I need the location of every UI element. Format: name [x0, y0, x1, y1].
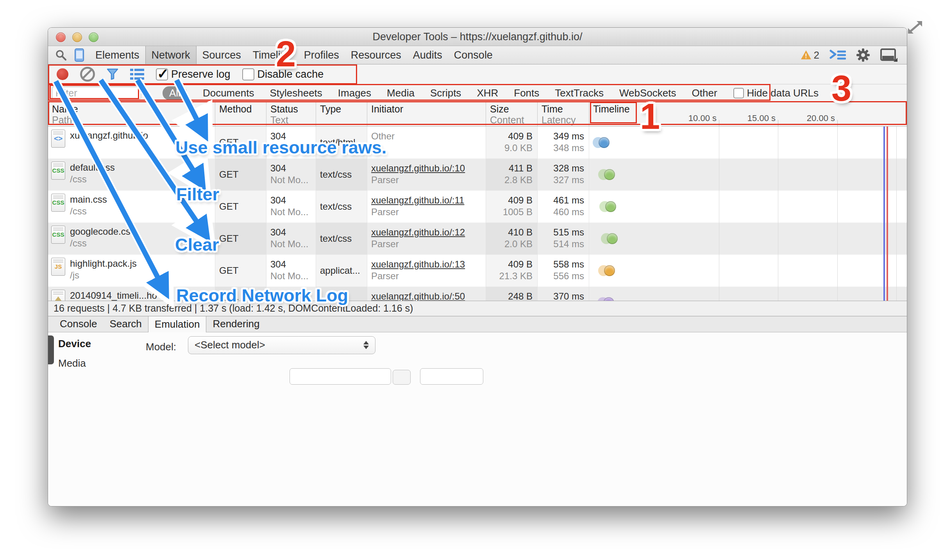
col-header-initiator[interactable]: Initiator — [367, 102, 486, 126]
disable-cache-checkbox[interactable] — [242, 68, 254, 80]
hide-data-urls-group: Hide data URLs — [733, 87, 819, 99]
resource-type-filters: AllDocumentsStylesheetsImagesMediaScript… — [163, 86, 717, 100]
filter-type-other[interactable]: Other — [692, 86, 717, 100]
col-header-status[interactable]: StatusText — [266, 102, 316, 126]
emulation-sidebar-device[interactable]: Device — [58, 338, 91, 350]
request-row[interactable]: highlight.pack.js/js GET 304Not Mo... ap… — [48, 255, 907, 287]
filter-type-media[interactable]: Media — [387, 86, 415, 100]
preserve-log-checkbox[interactable] — [156, 68, 168, 80]
cell-status: 304Not Mo... — [266, 255, 316, 287]
filter-type-documents[interactable]: Documents — [203, 86, 254, 100]
model-select[interactable]: <Select model> — [188, 336, 375, 354]
tab-sources[interactable]: Sources — [197, 46, 247, 64]
close-window-button[interactable] — [56, 32, 66, 42]
timeline-dot — [597, 297, 615, 301]
tab-network[interactable]: Network — [145, 46, 197, 64]
annotation-step-1: 1 — [640, 98, 660, 134]
cell-time: 515 ms514 ms — [538, 223, 589, 255]
tab-audits[interactable]: Audits — [407, 46, 448, 64]
clipped-input-2[interactable] — [420, 368, 483, 385]
drawer-resize-handle[interactable] — [48, 335, 54, 364]
col-header-time[interactable]: TimeLatency — [538, 102, 589, 126]
timeline-tick: 15.00 s — [717, 113, 776, 124]
initiator-link[interactable]: xuelangzf.github.io/:13 — [371, 259, 486, 270]
tab-resources[interactable]: Resources — [345, 46, 407, 64]
filter-type-stylesheets[interactable]: Stylesheets — [270, 86, 322, 100]
zoom-window-button[interactable] — [89, 32, 98, 42]
initiator-link[interactable]: xuelangzf.github.io/:12 — [371, 226, 486, 238]
cell-time: 328 ms327 ms — [538, 159, 589, 191]
clipped-swap-button[interactable] — [393, 370, 411, 385]
cell-method: GET — [215, 191, 266, 223]
title-bar: Developer Tools – https://xuelangzf.gith… — [48, 28, 907, 46]
drawer-tab-console[interactable]: Console — [54, 316, 103, 332]
cell-size: 409 B9.0 KB — [486, 127, 538, 159]
filter-icon[interactable] — [107, 68, 118, 80]
cell-size: 410 B2.0 KB — [486, 223, 538, 255]
emulation-sidebar-media[interactable]: Media — [58, 357, 86, 369]
cell-size: 248 B372 KB — [486, 287, 538, 301]
model-label: Model: — [146, 341, 176, 353]
filter-type-fonts[interactable]: Fonts — [514, 86, 539, 100]
clear-button[interactable] — [80, 67, 95, 82]
devtools-window: Developer Tools – https://xuelangzf.gith… — [48, 27, 907, 506]
resource-type-icon — [51, 290, 65, 301]
settings-gear-icon[interactable] — [856, 48, 870, 62]
tab-elements[interactable]: Elements — [89, 46, 145, 64]
col-header-size[interactable]: SizeContent — [486, 102, 538, 126]
col-header-method[interactable]: Method — [215, 102, 266, 126]
emulation-panel: DeviceMedia Model: <Select model> — [48, 332, 907, 506]
record-button[interactable] — [57, 68, 68, 80]
dock-side-icon[interactable] — [880, 48, 897, 62]
resource-type-icon — [51, 162, 65, 180]
console-drawer-icon[interactable] — [829, 49, 846, 61]
cell-status: 304Not Mo... — [266, 159, 316, 191]
fullscreen-arrows-icon — [906, 19, 924, 36]
device-mode-icon[interactable] — [75, 48, 84, 62]
resource-type-icon — [51, 194, 65, 212]
resource-type-icon — [51, 226, 65, 244]
cell-time: 461 ms460 ms — [538, 191, 589, 223]
main-tab-bar: ElementsNetworkSourcesTimelineProfilesRe… — [48, 46, 907, 64]
cell-status: 304Not Mo... — [266, 223, 316, 255]
cell-time: 558 ms556 ms — [538, 255, 589, 287]
minimize-window-button[interactable] — [72, 32, 82, 42]
filter-type-all[interactable]: All — [163, 86, 187, 100]
clipped-input-1[interactable] — [290, 368, 391, 385]
initiator-link[interactable]: xuelangzf.github.io/:10 — [371, 162, 486, 174]
cell-timeline — [589, 127, 907, 159]
search-icon[interactable] — [55, 49, 67, 61]
col-header-type[interactable]: Type — [316, 102, 367, 126]
timeline-dot — [598, 169, 615, 180]
annotation-record-label: Record Network Log — [176, 285, 348, 306]
traffic-lights — [56, 32, 98, 42]
tab-console[interactable]: Console — [448, 46, 499, 64]
filter-type-scripts[interactable]: Scripts — [430, 86, 461, 100]
timeline-tick: 10.00 s — [658, 113, 717, 124]
filter-input[interactable] — [52, 87, 141, 99]
cell-status: 304Not Mo... — [266, 191, 316, 223]
drawer-tab-search[interactable]: Search — [103, 316, 148, 332]
hide-data-urls-checkbox[interactable] — [733, 88, 744, 98]
drawer-tab-rendering[interactable]: Rendering — [206, 316, 266, 332]
filter-type-texttracks[interactable]: TextTracks — [555, 86, 604, 100]
hide-data-urls-label: Hide data URLs — [747, 87, 819, 99]
cell-initiator: xuelangzf.github.io/:12Parser — [367, 223, 486, 255]
preserve-log-checkbox-group: Preserve log — [156, 68, 231, 80]
col-header-name[interactable]: NamePath — [48, 102, 215, 126]
timeline-dot — [599, 201, 617, 212]
filter-type-images[interactable]: Images — [338, 86, 371, 100]
cell-initiator: xuelangzf.github.io/:50Parser — [367, 287, 486, 301]
initiator-link[interactable]: xuelangzf.github.io/:11 — [371, 194, 486, 206]
col-header-timeline[interactable]: Timeline 10.00 s15.00 s20.00 s — [589, 102, 907, 126]
small-rows-icon[interactable] — [130, 68, 144, 80]
warning-count[interactable]: ! 2 — [801, 49, 819, 61]
resource-type-icon — [51, 130, 65, 148]
cell-method: GET — [215, 223, 266, 255]
tab-profiles[interactable]: Profiles — [298, 46, 345, 64]
cell-initiator: xuelangzf.github.io/:10Parser — [367, 159, 486, 191]
filter-bar: AllDocumentsStylesheetsImagesMediaScript… — [48, 84, 907, 102]
initiator-link[interactable]: xuelangzf.github.io/:50 — [371, 291, 486, 301]
drawer-tab-emulation[interactable]: Emulation — [148, 316, 207, 332]
filter-type-xhr[interactable]: XHR — [477, 86, 498, 100]
